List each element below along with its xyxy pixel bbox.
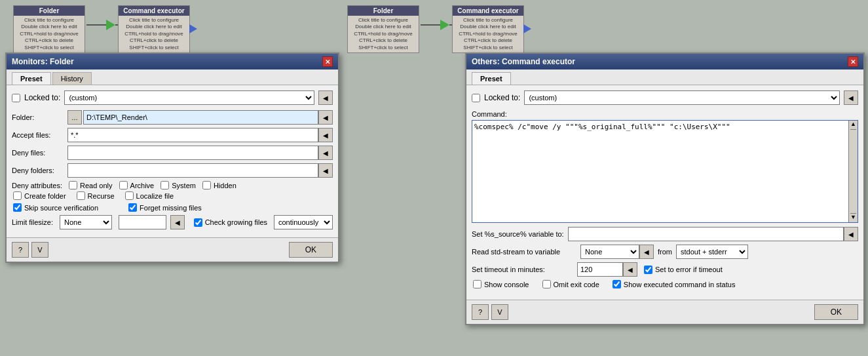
deny-files-label: Deny files: xyxy=(12,149,67,157)
others-tab-preset[interactable]: Preset xyxy=(472,72,511,85)
set-source-input[interactable] xyxy=(568,227,844,241)
accept-files-row: Accept files: ◀ xyxy=(12,128,333,142)
localize-file-checkbox[interactable] xyxy=(125,191,134,200)
monitors-tab-preset[interactable]: Preset xyxy=(12,72,51,85)
from-select[interactable]: stdout + stderr xyxy=(676,245,748,259)
monitors-dialog-body: Locked to: (custom) ◀ Folder: … ◀ Accept… xyxy=(7,85,338,235)
folder-node-1-body: Click title to configureDouble click her… xyxy=(17,16,81,52)
monitors-dialog-footer: ? V OK xyxy=(7,237,338,262)
others-locked-to-btn[interactable]: ◀ xyxy=(844,90,858,105)
footer-left-btns: ? V xyxy=(12,242,48,258)
omit-exit-item[interactable]: Omit exit code xyxy=(542,280,599,288)
question-button[interactable]: ? xyxy=(12,242,29,258)
accept-files-input[interactable] xyxy=(67,128,318,142)
folder-browse-btn[interactable]: … xyxy=(67,110,82,125)
set-error-item[interactable]: Set to error if timeout xyxy=(644,266,723,274)
others-dialog-close[interactable]: ✕ xyxy=(848,56,858,67)
set-error-checkbox[interactable] xyxy=(644,266,652,274)
locked-to-checkbox[interactable] xyxy=(12,94,20,102)
check-growing-label: Check growing files xyxy=(205,218,267,226)
recurse-label: Recurse xyxy=(88,192,115,200)
locked-to-select[interactable]: (custom) xyxy=(64,90,314,105)
others-dialog-title: Others: Command executor xyxy=(472,57,575,66)
timeout-arrow-btn[interactable]: ◀ xyxy=(623,262,637,277)
command-scrollbar[interactable]: ▲ ▼ xyxy=(848,121,858,222)
timeout-input[interactable] xyxy=(577,262,623,277)
folder-node-2[interactable]: Folder Click title to configureDouble cl… xyxy=(347,5,419,53)
set-source-btn[interactable]: ◀ xyxy=(844,227,858,241)
hidden-item[interactable]: Hidden xyxy=(202,181,236,189)
bottom-checkboxes: Show console Omit exit code Show execute… xyxy=(472,280,858,288)
monitors-dialog-tabs: Preset History xyxy=(7,69,338,85)
command-textarea[interactable]: %comspec% /c"move /y """%s_original_full… xyxy=(472,121,848,222)
system-checkbox[interactable] xyxy=(160,181,169,189)
deny-files-btn[interactable]: ◀ xyxy=(318,146,333,160)
others-question-button[interactable]: ? xyxy=(472,304,489,320)
hidden-checkbox[interactable] xyxy=(202,181,211,189)
limit-arrow-btn[interactable]: ◀ xyxy=(170,215,185,229)
archive-item[interactable]: Archive xyxy=(119,181,155,189)
localize-file-item[interactable]: Localize file xyxy=(125,191,174,200)
monitors-dialog-titlebar: Monitors: Folder ✕ xyxy=(7,54,338,69)
monitors-dialog-close[interactable]: ✕ xyxy=(322,56,333,67)
show-executed-item[interactable]: Show executed command in status xyxy=(613,280,736,288)
check-growing-checkbox[interactable] xyxy=(194,218,202,227)
show-console-checkbox[interactable] xyxy=(473,280,481,288)
v-button[interactable]: V xyxy=(31,242,48,258)
recurse-item[interactable]: Recurse xyxy=(77,191,115,200)
archive-checkbox[interactable] xyxy=(119,181,128,189)
locked-to-btn[interactable]: ◀ xyxy=(318,90,333,105)
forget-missing-checkbox[interactable] xyxy=(128,203,137,212)
forget-missing-item[interactable]: Forget missing files xyxy=(128,203,202,212)
show-console-item[interactable]: Show console xyxy=(473,280,529,288)
others-v-button[interactable]: V xyxy=(491,304,508,320)
others-ok-button[interactable]: OK xyxy=(814,304,858,320)
others-locked-to-checkbox[interactable] xyxy=(472,94,480,102)
others-dialog-body: Locked to: (custom) ◀ Command: %comspec%… xyxy=(466,85,863,297)
cmd-node-2[interactable]: Command executor Click title to configur… xyxy=(452,5,524,53)
recurse-checkbox[interactable] xyxy=(77,191,85,200)
ok-button[interactable]: OK xyxy=(289,242,333,258)
deny-files-input[interactable] xyxy=(67,146,318,160)
folder-arrow-btn[interactable]: ◀ xyxy=(318,110,333,125)
read-stream-arrow-btn[interactable]: ◀ xyxy=(639,245,654,259)
folder-node-2-title: Folder xyxy=(348,6,419,16)
skip-source-label: Skip source verification xyxy=(24,204,98,212)
limit-value-input[interactable] xyxy=(119,215,166,229)
read-only-item[interactable]: Read only xyxy=(69,181,113,189)
skip-source-item[interactable]: Skip source verification xyxy=(13,203,98,212)
check-growing-select[interactable]: continuously xyxy=(274,215,333,229)
read-stream-select[interactable]: None xyxy=(580,245,639,259)
others-dialog-titlebar: Others: Command executor ✕ xyxy=(466,54,863,69)
folder-node-1[interactable]: Folder Click title to configureDouble cl… xyxy=(13,5,85,53)
read-only-checkbox[interactable] xyxy=(69,181,77,189)
show-executed-checkbox[interactable] xyxy=(613,280,621,288)
accept-files-btn[interactable]: ◀ xyxy=(318,128,333,142)
archive-label: Archive xyxy=(130,182,155,189)
system-label: System xyxy=(172,182,196,189)
skip-source-checkbox[interactable] xyxy=(13,203,22,212)
monitors-tab-history[interactable]: History xyxy=(52,72,92,85)
cmd-node-1[interactable]: Command executor Click title to configur… xyxy=(118,5,190,53)
limit-filesize-select[interactable]: None xyxy=(60,215,112,229)
deny-folders-input[interactable] xyxy=(67,163,318,178)
others-dialog-tabs: Preset xyxy=(466,69,863,85)
create-folder-item[interactable]: Create folder xyxy=(13,191,66,200)
omit-exit-checkbox[interactable] xyxy=(542,280,551,288)
deny-folders-row: Deny folders: ◀ xyxy=(12,163,333,178)
locked-to-label: Locked to: xyxy=(24,93,60,102)
show-executed-label: Show executed command in status xyxy=(624,281,736,288)
others-locked-to-select[interactable]: (custom) xyxy=(524,90,840,105)
system-item[interactable]: System xyxy=(160,181,196,189)
folder-label: Folder: xyxy=(12,113,67,121)
others-cmd-dialog: Others: Command executor ✕ Preset Locked… xyxy=(465,52,865,325)
folder-input[interactable] xyxy=(83,110,318,125)
deny-folders-btn[interactable]: ◀ xyxy=(318,163,333,178)
accept-files-label: Accept files: xyxy=(12,131,67,139)
timeout-row: Set timeout in minutes: ◀ Set to error i… xyxy=(472,262,858,277)
check-growing-item[interactable]: Check growing files xyxy=(194,218,267,227)
monitors-dialog-title: Monitors: Folder xyxy=(12,57,74,66)
locked-to-row: Locked to: (custom) ◀ xyxy=(12,90,333,105)
create-folder-checkbox[interactable] xyxy=(13,191,22,200)
deny-attrs-checkboxes: Read only Archive System Hidden xyxy=(67,181,236,189)
